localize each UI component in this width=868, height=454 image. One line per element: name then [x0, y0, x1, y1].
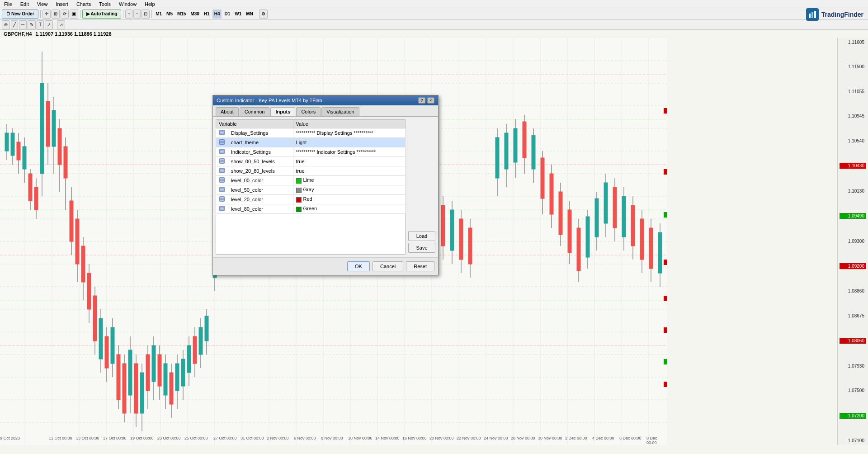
dialog-buttons-area: Load Save: [408, 119, 435, 255]
dialog-tabs: About Common Inputs Colors Visualization: [213, 105, 438, 117]
row-variable: show_00_50_levels: [228, 157, 293, 166]
ok-button[interactable]: OK: [347, 261, 370, 271]
dialog-inner: Variable Value Display_Settings*********…: [216, 119, 435, 255]
tab-visualization[interactable]: Visualization: [321, 107, 359, 116]
dialog-content: Variable Value Display_Settings*********…: [213, 117, 438, 257]
load-button[interactable]: Load: [408, 231, 435, 241]
row-settings-icon: [219, 205, 225, 212]
row-settings-icon: [219, 158, 225, 164]
row-variable: level_00_color: [228, 176, 293, 185]
row-variable: chart_theme: [228, 138, 293, 147]
row-variable: level_80_color: [228, 204, 293, 214]
tab-inputs[interactable]: Inputs: [270, 107, 295, 116]
row-settings-icon: [219, 129, 225, 136]
variable-table: Variable Value Display_Settings*********…: [216, 119, 406, 214]
table-row[interactable]: show_00_50_levelstrue: [216, 157, 406, 166]
row-value: Green: [293, 204, 405, 214]
row-icon-cell: [216, 195, 228, 204]
table-row[interactable]: Indicator_Settings********** Indicator S…: [216, 147, 406, 157]
row-settings-icon: [219, 167, 225, 174]
dialog-title: Custom Indicator - Key PA Levels MT4 by …: [217, 98, 322, 103]
col-variable: Variable: [216, 120, 293, 128]
row-value: Lime: [293, 176, 405, 185]
row-icon-cell: [216, 204, 228, 214]
row-variable: level_20_color: [228, 195, 293, 204]
table-row[interactable]: level_00_colorLime: [216, 176, 406, 185]
dialog-help-button[interactable]: ?: [418, 97, 425, 104]
row-value: ********** Indicator Settings **********: [293, 147, 405, 157]
dialog-overlay: Custom Indicator - Key PA Levels MT4 by …: [0, 0, 868, 454]
dialog-table-area: Variable Value Display_Settings*********…: [216, 119, 406, 255]
color-swatch: [296, 188, 302, 193]
row-value: true: [293, 157, 405, 166]
row-settings-icon: [219, 177, 225, 183]
dialog-close-button[interactable]: ×: [427, 97, 434, 104]
row-variable: Indicator_Settings: [228, 147, 293, 157]
row-settings-icon: [219, 139, 225, 145]
row-icon-cell: [216, 166, 228, 176]
row-variable: Display_Settings: [228, 128, 293, 138]
row-value: Red: [293, 195, 405, 204]
row-icon-cell: [216, 176, 228, 185]
row-settings-icon: [219, 186, 225, 193]
color-swatch: [296, 197, 302, 203]
tab-common[interactable]: Common: [240, 107, 270, 116]
row-value: true: [293, 166, 405, 176]
row-icon-cell: [216, 138, 228, 147]
row-value: Light: [293, 138, 405, 147]
tab-about[interactable]: About: [216, 107, 239, 116]
row-variable: show_20_80_levels: [228, 166, 293, 176]
dialog-controls: ? ×: [418, 97, 434, 104]
color-swatch: [296, 178, 302, 184]
row-value: ********** Display Settings **********: [293, 128, 405, 138]
indicator-settings-dialog: Custom Indicator - Key PA Levels MT4 by …: [212, 95, 439, 275]
table-empty-area: [216, 214, 406, 255]
row-icon-cell: [216, 157, 228, 166]
table-row[interactable]: Display_Settings********** Display Setti…: [216, 128, 406, 138]
row-icon-cell: [216, 185, 228, 195]
color-swatch: [296, 207, 302, 212]
dialog-footer: OK Cancel Reset: [213, 257, 438, 275]
cancel-button[interactable]: Cancel: [373, 261, 403, 271]
row-settings-icon: [219, 196, 225, 202]
tab-colors[interactable]: Colors: [296, 107, 321, 116]
col-value: Value: [293, 120, 405, 128]
row-icon-cell: [216, 128, 228, 138]
row-value: Gray: [293, 185, 405, 195]
table-row[interactable]: level_80_colorGreen: [216, 204, 406, 214]
table-row[interactable]: chart_themeLight: [216, 138, 406, 147]
row-variable: level_50_color: [228, 185, 293, 195]
table-row[interactable]: level_50_colorGray: [216, 185, 406, 195]
table-row[interactable]: show_20_80_levelstrue: [216, 166, 406, 176]
table-row[interactable]: level_20_colorRed: [216, 195, 406, 204]
row-settings-icon: [219, 148, 225, 155]
reset-button[interactable]: Reset: [406, 261, 434, 271]
row-icon-cell: [216, 147, 228, 157]
dialog-titlebar: Custom Indicator - Key PA Levels MT4 by …: [213, 95, 438, 105]
save-button[interactable]: Save: [408, 243, 435, 253]
